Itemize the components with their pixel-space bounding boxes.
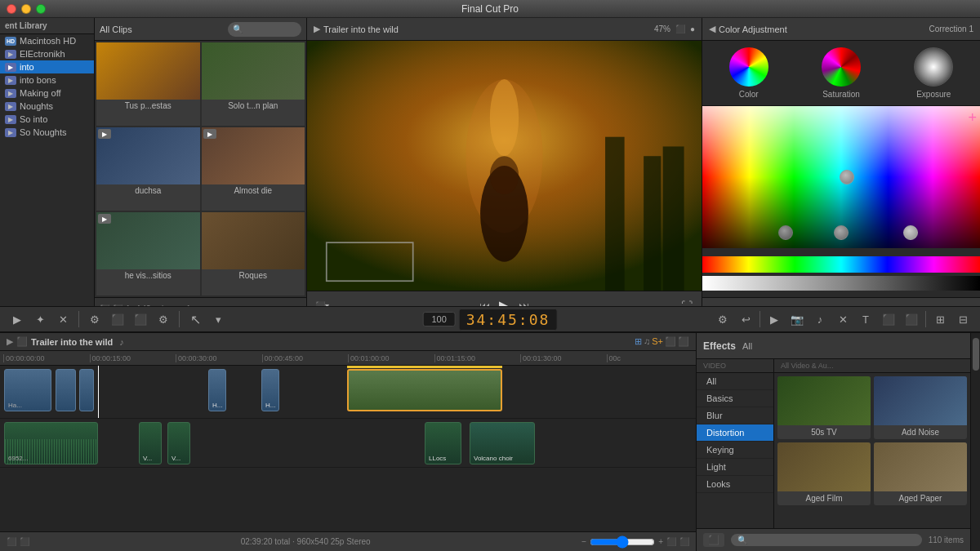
timecode-display[interactable]: 34:45:08 [459, 309, 558, 331]
category-keying[interactable]: Keying [697, 442, 773, 459]
maximize-button[interactable] [36, 4, 46, 14]
layout-btn[interactable]: ⊞ [929, 310, 951, 328]
right-scrollbar[interactable] [970, 333, 980, 551]
tool5[interactable]: ⚙ [153, 310, 174, 328]
effects-search[interactable]: 🔍 [731, 534, 922, 546]
tool2[interactable]: ✕ [52, 310, 74, 328]
video-clip-selected[interactable] [347, 369, 502, 411]
transform-btn[interactable]: ⚙ [84, 310, 105, 328]
effect-aged-paper[interactable]: Aged Paper [874, 442, 967, 505]
clip-item[interactable]: Tus p...estas [96, 42, 200, 126]
clips-search[interactable]: 🔍 [228, 22, 301, 37]
category-light[interactable]: Light [697, 459, 773, 476]
close-btn2[interactable]: ✕ [832, 310, 853, 328]
select-btn[interactable]: ↖ [185, 310, 206, 328]
clip-item[interactable]: ▶ he vis...sitios [96, 212, 200, 295]
effect-aged-film[interactable]: Aged Film [777, 442, 871, 505]
snapshot-btn[interactable]: 📷 [786, 310, 808, 328]
color-center-handle[interactable] [840, 170, 854, 184]
settings-btn[interactable]: ⚙ [712, 310, 733, 328]
timeline-play-btn[interactable]: ▶ [7, 336, 13, 347]
effects-all-btn[interactable]: All [742, 341, 752, 351]
library-item-noughts[interactable]: ▶ Noughts [0, 100, 94, 113]
preview-settings-icon[interactable]: ● [690, 24, 695, 33]
select-dropdown[interactable]: ▾ [207, 310, 229, 328]
zoom-in-icon[interactable]: + [658, 537, 663, 546]
folder-icon: ▶ [5, 63, 16, 72]
video-clip-h[interactable]: H... [208, 369, 226, 411]
text-btn[interactable]: T [855, 310, 876, 328]
t-ctrl2[interactable]: ♫ [644, 336, 650, 347]
timeline-area: ▶ ⬛ Trailer into the wild ♪ ⊞ ♫ S+ ⬛ ⬛ 0… [0, 333, 697, 551]
timecode-level[interactable]: 100 [423, 312, 456, 327]
video-clip-h2[interactable]: H... [261, 369, 279, 411]
zoom-level[interactable]: 47% [654, 24, 670, 33]
category-blur[interactable]: Blur [697, 407, 773, 424]
library-item-so-noughts[interactable]: ▶ So Noughts [0, 126, 94, 139]
share-btn[interactable]: ⬛ [901, 310, 922, 328]
effect-add-noise[interactable]: Add Noise [874, 376, 967, 439]
t-ctrl3[interactable]: S+ [652, 336, 663, 347]
close-button[interactable] [7, 4, 16, 14]
brightness-bar[interactable] [702, 276, 980, 291]
scrollbar-thumb[interactable] [973, 338, 979, 371]
zoom-out-icon[interactable]: − [581, 537, 586, 546]
clip-item[interactable]: Roques [202, 212, 305, 295]
color-handle-2[interactable] [834, 225, 849, 240]
timeline-settings-icon[interactable]: ⬛ [679, 537, 689, 546]
zoom-slider[interactable] [590, 535, 655, 549]
library-item-so-into[interactable]: ▶ So into [0, 113, 94, 126]
undo-btn[interactable]: ↩ [735, 310, 756, 328]
video-clip[interactable] [79, 369, 94, 411]
clip-item[interactable]: ▶ Almost die [202, 127, 305, 211]
library-item-making-off[interactable]: ▶ Making off [0, 87, 94, 100]
clip-item[interactable]: ▶ duchsa [96, 127, 200, 211]
t-ctrl5[interactable]: ⬛ [678, 336, 689, 347]
audio-clip[interactable]: V... [139, 422, 162, 464]
crop-btn[interactable]: ⬛ [107, 310, 128, 328]
t-ctrl1[interactable]: ⊞ [635, 336, 642, 347]
category-all[interactable]: All [697, 373, 773, 390]
clip-label: duchsa [96, 184, 200, 197]
preview-aspect-icon[interactable]: ⬛ [675, 24, 685, 33]
clip-item[interactable]: Solo t...n plan [202, 42, 305, 126]
audio-btn[interactable]: ♪ [809, 310, 831, 328]
audio-clip[interactable]: V... [167, 422, 190, 464]
category-distortion[interactable]: Distortion [697, 424, 773, 442]
audio-clip[interactable]: 6952... [4, 422, 98, 464]
all-clips-label[interactable]: All Clips [100, 24, 132, 34]
library-item-into[interactable]: ▶ into [0, 60, 94, 73]
add-to-timeline-btn[interactable]: ▶ [7, 310, 28, 328]
video-btn[interactable]: ▶ [764, 310, 785, 328]
status-icon2[interactable]: ⬛ [20, 537, 29, 546]
effect-50s-tv[interactable]: 50s TV [777, 376, 871, 439]
zoom-fit-icon[interactable]: ⬛ [666, 537, 676, 546]
tool1[interactable]: ✦ [29, 310, 51, 328]
library-item-electronikh[interactable]: ▶ ElEctronikh [0, 47, 94, 60]
color-gradient-area[interactable]: + [702, 106, 980, 297]
color-handle-1[interactable] [778, 225, 793, 240]
video-clip[interactable] [56, 369, 76, 411]
category-looks[interactable]: Looks [697, 476, 773, 493]
audio-clip-llocs[interactable]: LLocs [425, 422, 461, 464]
t-ctrl4[interactable]: ⬛ [665, 336, 676, 347]
back-icon[interactable]: ◀ [709, 24, 715, 34]
add-effect-btn[interactable]: ⬛ [703, 533, 724, 547]
color-tool-color[interactable]: Color [729, 47, 768, 99]
add-button[interactable]: + [968, 109, 977, 127]
color-tool-saturation[interactable]: Saturation [822, 47, 861, 99]
timeline-tracks[interactable]: Ha... H... H... 6952... [0, 366, 696, 531]
hue-bar[interactable] [702, 256, 980, 273]
status-icon1[interactable]: ⬛ [7, 537, 16, 546]
category-basics[interactable]: Basics [697, 390, 773, 407]
minimize-button[interactable] [21, 4, 31, 14]
generator-btn[interactable]: ⬛ [878, 310, 899, 328]
color-tool-exposure[interactable]: Exposure [914, 47, 953, 99]
library-item-into-bons[interactable]: ▶ into bons [0, 73, 94, 87]
color-handle-3[interactable] [903, 225, 918, 240]
library-item-macintosh[interactable]: HD Macintosh HD [0, 34, 94, 47]
video-clip[interactable]: Ha... [4, 369, 51, 411]
layout-btn2[interactable]: ⊟ [952, 310, 973, 328]
audio-clip-volcano[interactable]: Volcano choir [470, 422, 535, 464]
trim-btn[interactable]: ⬛ [130, 310, 151, 328]
